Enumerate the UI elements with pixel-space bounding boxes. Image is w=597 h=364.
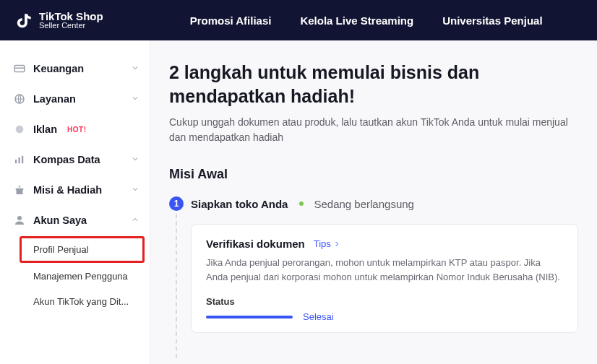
chevron-right-icon [332,240,341,248]
progress-bar [206,316,293,318]
nav-kelola-live[interactable]: Kelola Live Streaming [300,14,413,27]
step-status-text: Sedang berlangsung [314,198,413,210]
svg-rect-6 [22,156,23,164]
sidebar-item-label: Layanan [33,93,76,105]
top-nav: Promosi Afiliasi Kelola Live Streaming U… [190,14,543,27]
sidebar-item-akun-saya[interactable]: Akun Saya [0,205,150,235]
nav-promosi-afiliasi[interactable]: Promosi Afiliasi [190,14,272,27]
section-title: Misi Awal [169,167,578,182]
card-description: Jika Anda penjual perorangan, mohon untu… [206,256,563,285]
sidebar-item-label: Misi & Hadiah [33,184,102,196]
sidebar-item-label: Iklan [33,124,57,135]
hot-badge: HOT! [67,126,86,134]
svg-rect-4 [15,160,17,163]
sidebar-sub-label: Akun TikTok yang Dit... [33,296,129,307]
card-title: Verifikasi dokumen [206,238,305,250]
brand-text: TikTok Shop Seller Center [39,11,103,30]
chart-icon [13,153,26,166]
tips-link[interactable]: Tips [314,238,341,249]
svg-point-3 [16,126,24,134]
sidebar-item-kompas-data[interactable]: Kompas Data [0,144,150,175]
chevron-down-icon [131,93,139,105]
step-title: Siapkan toko Anda [191,198,288,210]
svg-rect-5 [19,157,20,163]
chevron-down-icon [131,154,139,165]
nav-universitas-penjual[interactable]: Universitas Penjual [442,14,542,27]
sidebar-item-misi-hadiah[interactable]: Misi & Hadiah [0,175,150,205]
wallet-icon [13,62,26,75]
sidebar-item-label: Akun Saya [33,214,87,226]
step-1-row: 1 Siapkan toko Anda Sedang berlangsung [169,196,578,211]
sidebar-sub-manajemen-pengguna[interactable]: Manajemen Pengguna [0,264,150,289]
progress-row: Selesai [206,311,563,322]
sidebar-sub-akun-tiktok[interactable]: Akun TikTok yang Dit... [0,289,150,314]
brand-line2: Seller Center [39,22,103,30]
page-title: 2 langkah untuk memulai bisnis dan menda… [169,61,578,108]
sidebar-sub-label: Manajemen Pengguna [33,271,128,282]
sidebar-sub-profil-penjual[interactable]: Profil Penjual [20,237,144,262]
step-connector-line [176,214,177,358]
sidebar: Keuangan Layanan Iklan HOT! Kompas Data … [0,40,150,364]
tips-label: Tips [314,238,331,249]
chevron-up-icon [131,214,139,226]
globe-icon [13,92,26,105]
ad-icon [13,123,26,136]
svg-rect-1 [14,68,25,69]
sidebar-item-iklan[interactable]: Iklan HOT! [0,114,150,144]
top-bar: TikTok Shop Seller Center Promosi Afilia… [0,0,597,40]
sidebar-item-keuangan[interactable]: Keuangan [0,53,150,84]
chevron-down-icon [131,63,139,74]
status-label: Status [206,296,563,307]
gift-icon [13,183,26,196]
sidebar-sub-label: Profil Penjual [33,244,89,255]
brand-line1: TikTok Shop [39,11,103,22]
step-number-badge: 1 [169,196,184,211]
sidebar-item-label: Keuangan [33,63,84,74]
main-content: 2 langkah untuk memulai bisnis dan menda… [150,40,597,364]
verification-card: Verifikasi dokumen Tips Jika Anda penjua… [191,224,578,333]
tiktok-icon [14,11,33,30]
sidebar-item-layanan[interactable]: Layanan [0,84,150,114]
svg-point-7 [17,216,22,220]
page-subtitle: Cukup unggah dokumen atau produk, lalu t… [169,115,578,145]
chevron-down-icon [131,184,139,196]
user-icon [13,214,26,227]
sidebar-item-label: Kompas Data [33,154,100,165]
progress-done-text: Selesai [303,311,334,322]
brand-logo[interactable]: TikTok Shop Seller Center [14,11,103,30]
status-dot-icon [299,202,304,206]
